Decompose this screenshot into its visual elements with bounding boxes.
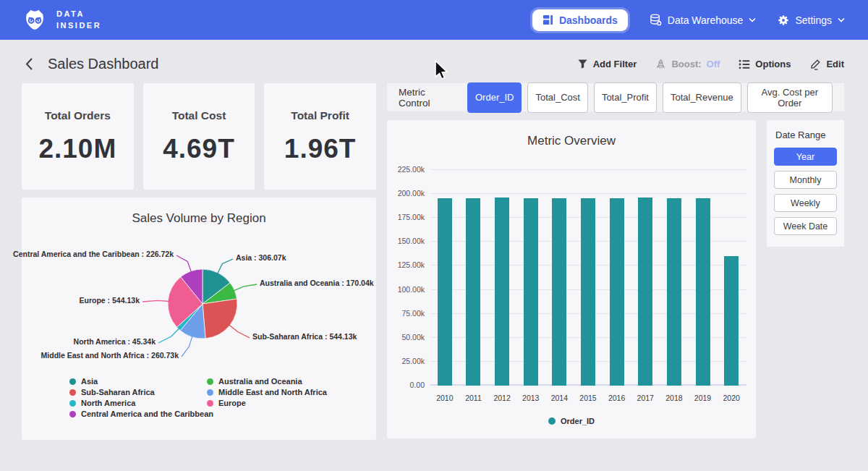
edit-button[interactable]: Edit <box>809 59 844 70</box>
kpi-card-total-orders: Total Orders2.10M <box>22 83 134 190</box>
pie-callout-line <box>142 300 169 302</box>
brand-name: DATA INSIDER <box>56 9 101 32</box>
bar-2013[interactable] <box>524 198 538 386</box>
kpi-label: Total Profit <box>291 109 349 122</box>
owl-logo-icon <box>22 7 48 33</box>
legend-item-australia-and-oceania[interactable]: Australia and Oceania <box>207 377 302 386</box>
x-axis-tick: 2014 <box>551 394 568 402</box>
metric-control-bar: Metric Control Order_IDTotal_CostTotal_P… <box>387 83 844 111</box>
date-range-button-year[interactable]: Year <box>774 148 837 166</box>
options-button[interactable]: Options <box>739 59 791 69</box>
legend-label: North America <box>81 399 135 407</box>
bar-2018[interactable] <box>667 198 681 386</box>
pie-callout-line <box>182 336 192 357</box>
y-axis-tick: 175.00k <box>388 213 425 221</box>
x-axis-tick: 2011 <box>465 394 482 402</box>
legend-label: Europe <box>218 399 246 407</box>
legend-label: Central America and the Caribbean <box>81 410 213 418</box>
legend-item-middle-east-and-north-africa[interactable]: Middle East and North Africa <box>207 388 327 396</box>
legend-label: Middle East and North Africa <box>218 388 327 396</box>
bar-chart-title: Metric Overview <box>387 120 756 148</box>
pie-label-north-america: North America : 45.34k <box>74 337 156 346</box>
back-button[interactable] <box>22 57 36 71</box>
y-axis-tick: 0.00 <box>388 381 425 389</box>
bar-2011[interactable] <box>466 198 480 386</box>
chevron-down-icon <box>749 17 756 22</box>
bar-2014[interactable] <box>552 198 566 386</box>
add-filter-button[interactable]: Add Filter <box>577 59 637 69</box>
pie-label-middle-east-and-north-africa: Middle East and North Africa : 260.73k <box>41 351 179 360</box>
x-axis-tick: 2016 <box>608 394 625 402</box>
boost-toggle[interactable]: Boost: Off <box>655 59 720 70</box>
x-axis-tick: 2017 <box>637 394 654 402</box>
kpi-value: 2.10M <box>38 134 116 164</box>
pie-label-asia: Asia : 306.07k <box>236 253 286 262</box>
bar-2012[interactable] <box>495 198 509 386</box>
pie-callout-line <box>158 328 179 343</box>
date-range-button-weekly[interactable]: Weekly <box>774 194 837 212</box>
x-axis-tick: 2018 <box>665 394 682 402</box>
legend-item-sub-saharan-africa[interactable]: Sub-Saharan Africa <box>69 388 155 396</box>
gear-icon <box>778 14 789 26</box>
y-axis-tick: 125.00k <box>388 260 425 269</box>
y-axis-tick: 75.00k <box>388 309 425 318</box>
dashboard-grid-icon <box>542 14 553 25</box>
filter-funnel-icon <box>577 59 588 69</box>
bar-2016[interactable] <box>610 198 624 386</box>
gridline <box>430 193 746 194</box>
kpi-card-total-profit: Total Profit1.96T <box>264 83 376 190</box>
x-axis-tick: 2010 <box>436 394 453 402</box>
legend-item-central-america-and-the-caribbean[interactable]: Central America and the Caribbean <box>69 410 213 418</box>
y-axis-tick: 50.00k <box>388 333 425 341</box>
legend-dot <box>69 389 76 396</box>
pie-slice-sub-saharan-africa[interactable] <box>203 299 237 339</box>
page-header: Sales Dashboard Add Filter Boost: Off <box>0 40 868 83</box>
x-axis-tick: 2013 <box>522 394 539 402</box>
pie-callout-line <box>233 284 257 291</box>
bar-2017[interactable] <box>638 198 652 386</box>
bar-2015[interactable] <box>581 198 595 386</box>
bar-2020[interactable] <box>724 256 739 386</box>
nav-settings[interactable]: Settings <box>778 14 845 26</box>
pie-callout-line <box>229 325 250 338</box>
legend-item-europe[interactable]: Europe <box>207 399 246 407</box>
legend-dot <box>69 400 76 407</box>
bar-chart-card: Metric Overview 0.0025.00k50.00k75.00k10… <box>387 120 756 438</box>
nav-data-warehouse[interactable]: Data Warehouse <box>650 14 757 26</box>
nav-dashboards-button[interactable]: Dashboards <box>532 9 628 31</box>
pie-callout-line <box>176 255 192 273</box>
bar-2010[interactable] <box>438 198 452 386</box>
legend-dot <box>207 378 213 385</box>
metric-button-total-revenue[interactable]: Total_Revenue <box>663 82 741 113</box>
kpi-value: 1.96T <box>284 134 357 164</box>
y-axis-tick: 225.00k <box>388 165 425 174</box>
legend-dot <box>207 400 213 407</box>
metric-button-order-id[interactable]: Order_ID <box>467 82 522 113</box>
chevron-left-icon <box>25 57 33 71</box>
kpi-label: Total Cost <box>172 109 226 122</box>
date-range-label: Date Range <box>775 130 837 140</box>
legend-label: Australia and Oceania <box>218 377 302 386</box>
legend-label: Order_ID <box>561 417 595 425</box>
bar-chart-plot-area: 0.0025.00k50.00k75.00k100.00k125.00k150.… <box>430 170 746 386</box>
pie-label-australia-and-oceania: Australia and Oceania : 170.04k <box>260 279 374 287</box>
chevron-down-icon <box>838 17 845 22</box>
kpi-label: Total Orders <box>45 109 111 122</box>
legend-item-asia[interactable]: Asia <box>69 377 98 386</box>
legend-dot <box>69 411 76 417</box>
legend-label: Sub-Saharan Africa <box>81 388 155 396</box>
x-axis-tick: 2015 <box>579 394 596 402</box>
brand-logo[interactable]: DATA INSIDER <box>22 7 101 33</box>
bar-2019[interactable] <box>696 198 710 386</box>
metric-button-avg-cost-per-order[interactable]: Avg. Cost per Order <box>747 82 833 113</box>
date-range-button-week-date[interactable]: Week Date <box>774 217 837 235</box>
legend-item-north-america[interactable]: North America <box>69 399 135 407</box>
metric-control-label: Metric Control <box>399 87 457 109</box>
database-icon <box>650 14 662 26</box>
legend-item-order-id[interactable]: Order_ID <box>548 417 595 425</box>
pie-callout-line <box>217 259 233 274</box>
metric-button-total-profit[interactable]: Total_Profit <box>594 82 657 113</box>
metric-button-total-cost[interactable]: Total_Cost <box>527 82 587 113</box>
date-range-button-monthly[interactable]: Monthly <box>774 171 837 189</box>
pie-label-central-america-and-the-caribbean: Central America and the Caribbean : 226.… <box>13 250 174 258</box>
